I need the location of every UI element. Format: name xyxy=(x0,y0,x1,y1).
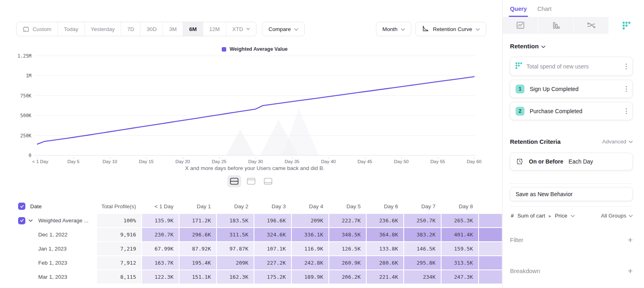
chart-style-button[interactable]: Retention Curve xyxy=(415,22,486,36)
retention-value-cell[interactable]: 151.1K xyxy=(179,270,217,284)
retention-value-cell[interactable]: 401.4K xyxy=(441,228,479,242)
range-12m[interactable]: 12M xyxy=(203,22,226,36)
retention-value-cell[interactable]: 250.7K xyxy=(404,213,441,228)
retention-value-cell[interactable]: 107.1K xyxy=(254,242,291,256)
chart-type-line-chart[interactable] xyxy=(503,17,538,34)
add-breakdown-button[interactable]: + xyxy=(628,267,633,275)
range-7d[interactable]: 7D xyxy=(121,22,140,36)
group-dropdown[interactable]: All Groups xyxy=(601,213,633,219)
criteria-condition: On or Before xyxy=(529,158,564,165)
retention-value-cell[interactable]: 280.6K xyxy=(366,256,404,270)
table-view-toggle[interactable] xyxy=(261,175,275,187)
retention-value-cell[interactable]: 227.2K xyxy=(254,256,291,270)
table-row[interactable]: Mar 1, 2023 8,115122.3K151.1K162.3K175.2… xyxy=(0,270,502,284)
metric-property[interactable]: Sum of cart xyxy=(518,213,545,219)
kebab-menu-icon[interactable] xyxy=(625,108,627,114)
tab-chart[interactable]: Chart xyxy=(537,6,551,17)
retention-line-chart[interactable] xyxy=(37,52,476,157)
retention-value-cell[interactable]: 195.4K xyxy=(179,256,217,270)
expand-caret-icon[interactable] xyxy=(29,219,33,222)
retention-value-cell[interactable]: 247.3K xyxy=(441,270,479,284)
range-3m[interactable]: 3M xyxy=(163,22,183,36)
step-card-2[interactable]: 2 Purchase Completed xyxy=(510,102,633,120)
retention-value-cell[interactable]: 336.1K xyxy=(291,228,329,242)
save-behavior-button[interactable]: Save as New Behavior xyxy=(510,187,633,201)
table-row[interactable]: Feb 1, 2023 7,912163.7K195.4K209K227.2K2… xyxy=(0,256,502,270)
retention-value-cell[interactable]: 242.8K xyxy=(291,256,329,270)
retention-value-cell[interactable]: 296.6K xyxy=(179,228,217,242)
retention-value-cell[interactable]: 163.7K xyxy=(142,256,179,270)
retention-value-cell[interactable]: 122.3K xyxy=(142,270,179,284)
retention-value-cell[interactable]: 189.9K xyxy=(291,270,329,284)
behavior-card[interactable]: Total spend of new users xyxy=(510,57,633,76)
table-row[interactable]: Weighted Average ... 100%135.9K171.2K183… xyxy=(0,213,502,228)
range-custom[interactable]: Custom xyxy=(17,22,58,36)
retention-value-cell[interactable]: 295.8K xyxy=(404,256,441,270)
retention-value-cell[interactable]: 183.5K xyxy=(217,213,254,228)
chevron-down-icon xyxy=(401,26,405,32)
legend-label: Weighted Average Value xyxy=(229,46,287,52)
criteria-title: Retention Criteria xyxy=(510,138,561,145)
retention-value-cell[interactable]: 221.4K xyxy=(366,270,404,284)
retention-value-cell[interactable]: 175.2K xyxy=(254,270,291,284)
retention-value-cell[interactable]: 236.6K xyxy=(366,213,404,228)
metric-sub-property[interactable]: Price xyxy=(555,213,568,219)
chart-type-retention[interactable] xyxy=(609,17,644,34)
retention-value-cell[interactable]: 87.92K xyxy=(179,242,217,256)
interval-button[interactable]: Month xyxy=(376,22,412,36)
range-yesterday[interactable]: Yesterday xyxy=(85,22,122,36)
select-all-checkbox[interactable] xyxy=(18,203,25,210)
step-card-1[interactable]: 1 Sign Up Completed xyxy=(510,80,633,98)
retention-value-cell[interactable]: 97.87K xyxy=(217,242,254,256)
retention-value-cell[interactable]: 135.9K xyxy=(142,213,179,228)
measurement-dropdown[interactable]: Retention xyxy=(510,43,633,50)
retention-value-cell[interactable]: 260.9K xyxy=(329,256,366,270)
retention-value-cell[interactable]: 222.7K xyxy=(329,213,366,228)
retention-value-cell[interactable]: 196.6K xyxy=(254,213,291,228)
row-checkbox[interactable] xyxy=(18,217,25,224)
range-6m[interactable]: 6M xyxy=(183,22,203,36)
x-axis-label: < 1 Day xyxy=(32,159,48,164)
retention-value-cell[interactable]: 364.8K xyxy=(366,228,404,242)
total-profiles-cell: 7,912 xyxy=(97,256,142,270)
retention-value-cell[interactable]: 171.2K xyxy=(179,213,217,228)
chart-type-flow-chart[interactable] xyxy=(574,17,609,34)
table-row[interactable]: Dec 1, 2022 9,916230.7K296.6K311.5K324.6… xyxy=(0,228,502,242)
retention-value-cell[interactable]: 67.99K xyxy=(142,242,179,256)
retention-value-cell[interactable]: 162.3K xyxy=(217,270,254,284)
retention-value-cell[interactable]: 159.5K xyxy=(441,242,479,256)
retention-value-cell[interactable]: 209K xyxy=(217,256,254,270)
tab-query[interactable]: Query xyxy=(510,6,527,17)
retention-value-cell[interactable]: 265.3K xyxy=(441,213,479,228)
step-number-badge: 2 xyxy=(516,107,524,116)
compare-button[interactable]: Compare xyxy=(262,22,305,36)
retention-value-cell[interactable]: 126.5K xyxy=(329,242,366,256)
range-xtd[interactable]: XTD xyxy=(226,22,256,36)
retention-value-cell[interactable]: 209K xyxy=(291,213,329,228)
kebab-menu-icon[interactable] xyxy=(625,86,627,92)
retention-value-cell[interactable]: 311.5K xyxy=(217,228,254,242)
retention-value-cell[interactable]: 230.7K xyxy=(142,228,179,242)
weighted-average-line[interactable] xyxy=(37,77,474,144)
retention-value-cell[interactable]: 206.2K xyxy=(329,270,366,284)
table-row[interactable]: Jan 1, 2023 7,21967.99K87.92K97.87K107.1… xyxy=(0,242,502,256)
advanced-dropdown[interactable]: Advanced xyxy=(602,139,633,145)
chart-view-toggle[interactable] xyxy=(244,175,258,187)
criteria-card[interactable]: On or Before Each Day xyxy=(510,153,633,170)
retention-value-cell[interactable]: 313.5K xyxy=(441,256,479,270)
retention-value-cell[interactable]: 146.5K xyxy=(404,242,441,256)
x-axis-label: Day 5 xyxy=(67,159,79,164)
retention-value-cell[interactable]: 348.5K xyxy=(329,228,366,242)
retention-value-cell[interactable]: 234K xyxy=(404,270,441,284)
range-today[interactable]: Today xyxy=(58,22,85,36)
split-view-toggle[interactable] xyxy=(227,175,241,187)
retention-value-cell[interactable]: 324.6K xyxy=(254,228,291,242)
retention-value-cell[interactable]: 116.9K xyxy=(291,242,329,256)
retention-value-cell[interactable]: 383.2K xyxy=(404,228,441,242)
chart-type-bar-chart[interactable] xyxy=(538,17,574,34)
kebab-menu-icon[interactable] xyxy=(625,63,627,70)
range-30d[interactable]: 30D xyxy=(140,22,163,36)
x-axis-label: Day 45 xyxy=(357,159,372,164)
retention-value-cell[interactable]: 133.8K xyxy=(366,242,404,256)
add-filter-button[interactable]: + xyxy=(628,236,633,244)
